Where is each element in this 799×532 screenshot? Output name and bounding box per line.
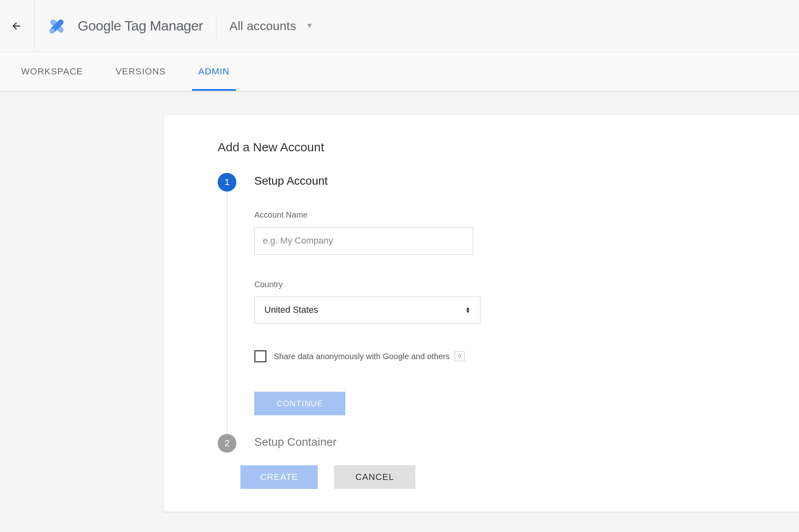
bottom-button-row: CREATE CANCEL — [240, 465, 415, 489]
step-1-badge: 1 — [218, 173, 236, 192]
country-label: Country — [254, 280, 747, 289]
tab-admin[interactable]: ADMIN — [199, 52, 230, 91]
account-name-label: Account Name — [254, 210, 747, 220]
account-selector[interactable]: All accounts ▼ — [229, 19, 313, 33]
divider — [216, 15, 216, 37]
step-2: 2 Setup Container — [218, 434, 747, 453]
cancel-button[interactable]: CANCEL — [334, 465, 415, 489]
country-select[interactable]: United States ▲▼ — [254, 297, 480, 323]
product-title: Google Tag Manager — [78, 18, 203, 34]
tab-workspace[interactable]: WORKSPACE — [21, 52, 83, 91]
page-title: Add a New Account — [218, 140, 747, 154]
chevron-down-icon: ▼ — [306, 22, 313, 30]
country-value: United States — [264, 305, 318, 315]
create-button[interactable]: CREATE — [240, 465, 318, 489]
help-icon[interactable]: ? — [455, 351, 465, 361]
content-card: Add a New Account 1 Setup Account Accoun… — [164, 115, 799, 512]
continue-button[interactable]: CONTINUE — [254, 392, 345, 415]
header-bar: Google Tag Manager All accounts ▼ — [0, 0, 799, 52]
gtm-logo-icon — [46, 15, 68, 37]
step-2-badge: 2 — [218, 434, 236, 453]
select-arrows-icon: ▲▼ — [465, 307, 470, 313]
back-button[interactable] — [7, 16, 26, 36]
account-name-input[interactable] — [254, 227, 473, 255]
share-data-checkbox[interactable] — [254, 350, 266, 362]
share-data-label: Share data anonymously with Google and o… — [274, 352, 450, 361]
step-1: 1 Setup Account Account Name Country Uni… — [218, 173, 747, 415]
divider — [34, 0, 35, 52]
product-logo-block[interactable]: Google Tag Manager — [46, 15, 203, 37]
arrow-left-icon — [11, 20, 22, 32]
step-2-title: Setup Container — [254, 436, 747, 449]
tab-versions[interactable]: VERSIONS — [116, 52, 166, 91]
account-selector-label: All accounts — [229, 19, 296, 33]
step-connector-line — [227, 192, 227, 434]
step-1-title: Setup Account — [254, 174, 747, 188]
nav-tabs: WORKSPACE VERSIONS ADMIN — [0, 52, 799, 91]
